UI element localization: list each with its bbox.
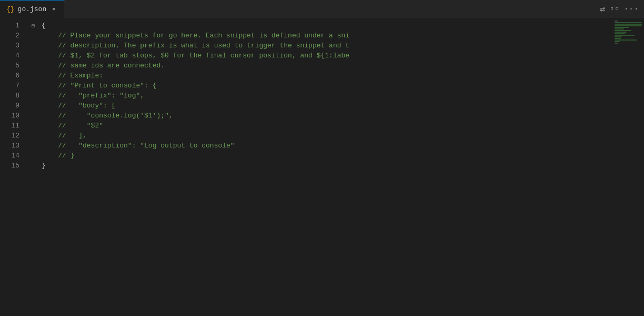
code-text-7: // "Print to console": { xyxy=(42,81,156,91)
tab-bar: {} go.json × ⇄ ▫▫ ··· xyxy=(0,0,644,18)
code-text-14: // } xyxy=(42,151,74,161)
line-number-5: 5 xyxy=(0,61,24,71)
editor-container: 1 2 3 4 5 6 7 8 9 10 11 12 13 14 15 ⊟ { xyxy=(0,18,644,316)
code-text-11: // "$2" xyxy=(42,121,103,131)
line-number-14: 14 xyxy=(0,151,24,161)
code-line-12: // ], xyxy=(37,131,612,141)
minimap-line-2 xyxy=(615,22,642,23)
code-line-4: // $1, $2 for tab stops, $0 for the fina… xyxy=(37,51,612,61)
fold-gutter: ⊟ xyxy=(29,18,37,316)
code-line-8: // "prefix": "log", xyxy=(37,91,612,101)
file-icon: {} xyxy=(6,5,15,13)
fold-placeholder-14 xyxy=(29,151,37,161)
fold-placeholder-9 xyxy=(29,101,37,111)
code-line-11: // "$2" xyxy=(37,121,612,131)
minimap-line-1 xyxy=(615,21,618,22)
sync-icon[interactable]: ⇄ xyxy=(600,4,605,14)
fold-placeholder-11 xyxy=(29,121,37,131)
code-text-12: // ], xyxy=(42,131,87,141)
code-text-4: // $1, $2 for tab stops, $0 for the fina… xyxy=(42,51,349,61)
minimap-line-10 xyxy=(615,35,635,36)
tab-go-json[interactable]: {} go.json × xyxy=(0,0,65,18)
minimap-line-4 xyxy=(615,25,642,26)
code-text-9: // "body": [ xyxy=(42,101,115,111)
fold-placeholder-4 xyxy=(29,51,37,61)
more-actions-icon[interactable]: ··· xyxy=(623,4,639,14)
fold-placeholder-2 xyxy=(29,31,37,41)
code-line-13: // "description": "Log output to console… xyxy=(37,141,612,151)
code-line-6: // Example: xyxy=(37,71,612,81)
fold-placeholder-12 xyxy=(29,131,37,141)
code-text-8: // "prefix": "log", xyxy=(42,91,144,101)
line-number-6: 6 xyxy=(0,71,24,81)
code-line-14: // } xyxy=(37,151,612,161)
fold-placeholder-10 xyxy=(29,111,37,121)
minimap-line-15 xyxy=(615,43,618,44)
minimap-content xyxy=(612,18,644,316)
fold-placeholder-13 xyxy=(29,141,37,151)
line-number-3: 3 xyxy=(0,41,24,51)
minimap-line-8 xyxy=(615,32,627,33)
minimap-line-9 xyxy=(615,33,625,34)
fold-button-1[interactable]: ⊟ xyxy=(29,21,37,31)
code-text-15: } xyxy=(42,161,46,171)
code-area[interactable]: { // Place your snippets for go here. Ea… xyxy=(37,18,612,316)
line-number-4: 4 xyxy=(0,51,24,61)
code-text-13: // "description": "Log output to console… xyxy=(42,141,235,151)
code-line-2: // Place your snippets for go here. Each… xyxy=(37,31,612,41)
line-number-13: 13 xyxy=(0,141,24,151)
tab-bar-left: {} go.json × xyxy=(0,0,65,18)
code-line-7: // "Print to console": { xyxy=(37,81,612,91)
line-number-10: 10 xyxy=(0,111,24,121)
split-editor-icon[interactable]: ▫▫ xyxy=(609,4,619,14)
minimap-line-13 xyxy=(615,39,637,41)
minimap-line-11 xyxy=(615,36,622,37)
fold-placeholder-5 xyxy=(29,61,37,71)
line-number-12: 12 xyxy=(0,131,24,141)
code-line-9: // "body": [ xyxy=(37,101,612,111)
code-text-2: // Place your snippets for go here. Each… xyxy=(42,31,349,41)
fold-placeholder-15 xyxy=(29,161,37,171)
code-line-5: // same ids are connected. xyxy=(37,61,612,71)
line-numbers: 1 2 3 4 5 6 7 8 9 10 11 12 13 14 15 xyxy=(0,18,29,316)
fold-placeholder-6 xyxy=(29,71,37,81)
minimap-line-14 xyxy=(615,41,620,42)
minimap-line-6 xyxy=(615,28,624,29)
line-number-1: 1 xyxy=(0,21,24,31)
code-text-5: // same ids are connected. xyxy=(42,61,165,71)
code-text-3: // description. The prefix is what is us… xyxy=(42,41,349,51)
code-line-1: { xyxy=(37,21,612,31)
code-text-1: { xyxy=(42,21,46,31)
minimap[interactable] xyxy=(612,18,644,316)
line-number-7: 7 xyxy=(0,81,24,91)
fold-placeholder-3 xyxy=(29,41,37,51)
line-number-8: 8 xyxy=(0,91,24,101)
tab-label: go.json xyxy=(18,5,47,13)
code-line-15: } xyxy=(37,161,612,171)
line-number-2: 2 xyxy=(0,31,24,41)
line-number-15: 15 xyxy=(0,161,24,171)
code-line-10: // "console.log('$1');", xyxy=(37,111,612,121)
line-number-9: 9 xyxy=(0,101,24,111)
minimap-line-3 xyxy=(615,24,642,25)
minimap-line-7 xyxy=(615,30,631,31)
minimap-lines xyxy=(612,18,644,46)
code-line-3: // description. The prefix is what is us… xyxy=(37,41,612,51)
fold-placeholder-7 xyxy=(29,81,37,91)
line-number-11: 11 xyxy=(0,121,24,131)
code-text-10: // "console.log('$1');", xyxy=(42,111,173,121)
minimap-line-12 xyxy=(615,38,621,39)
code-text-6: // Example: xyxy=(42,71,103,81)
fold-placeholder-8 xyxy=(29,91,37,101)
minimap-line-5 xyxy=(615,27,629,28)
tab-close-button[interactable]: × xyxy=(49,5,58,14)
tab-bar-right: ⇄ ▫▫ ··· xyxy=(600,4,644,14)
